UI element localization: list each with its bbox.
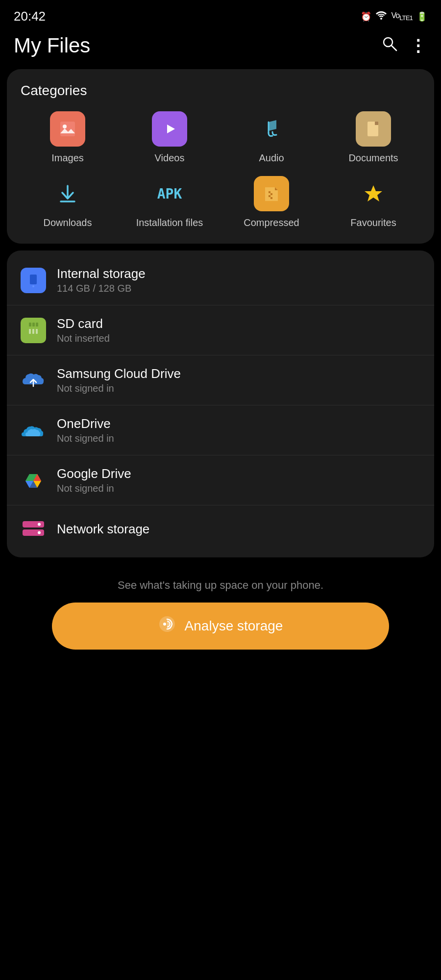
header: My Files ⋮ [0, 29, 441, 69]
apk-text: APK [157, 186, 182, 202]
status-bar: 20:42 ⏰ VoLTE1 🔋 [0, 0, 441, 29]
battery-icon: 🔋 [416, 11, 427, 22]
bottom-section: See what's taking up space on your phone… [0, 564, 441, 669]
svg-rect-27 [32, 329, 34, 334]
svg-rect-24 [32, 323, 35, 327]
svg-rect-29 [23, 521, 44, 528]
google-drive-item[interactable]: Google Drive Not signed in [7, 455, 434, 505]
network-storage-name: Network storage [57, 522, 420, 537]
images-label: Images [51, 151, 84, 164]
svg-point-0 [380, 18, 382, 20]
header-actions: ⋮ [381, 35, 427, 56]
svg-point-5 [63, 125, 67, 128]
samsung-cloud-info: Samsung Cloud Drive Not signed in [57, 366, 420, 394]
category-videos[interactable]: Videos [119, 111, 220, 164]
svg-rect-31 [23, 529, 44, 536]
compressed-icon-bg [254, 176, 289, 211]
svg-rect-23 [29, 323, 31, 327]
internal-storage-icon [21, 268, 46, 293]
svg-rect-20 [30, 275, 37, 284]
status-icons: ⏰ VoLTE1 🔋 [361, 11, 427, 22]
network-storage-item[interactable]: Network storage [7, 505, 434, 553]
alarm-icon: ⏰ [361, 11, 371, 22]
svg-point-34 [163, 623, 166, 626]
samsung-cloud-item[interactable]: Samsung Cloud Drive Not signed in [7, 355, 434, 405]
samsung-cloud-sub: Not signed in [57, 383, 420, 394]
svg-rect-10 [375, 122, 378, 125]
onedrive-item[interactable]: OneDrive Not signed in [7, 405, 434, 455]
internal-storage-item[interactable]: Internal storage 114 GB / 128 GB [7, 255, 434, 305]
sdcard-name: SD card [57, 316, 420, 331]
svg-rect-4 [60, 122, 75, 136]
category-compressed[interactable]: Compressed [220, 176, 322, 229]
svg-rect-16 [270, 193, 272, 195]
google-drive-sub: Not signed in [57, 483, 420, 494]
analyse-storage-button[interactable]: Analyse storage [52, 603, 389, 650]
downloads-icon-bg [50, 176, 85, 211]
svg-rect-17 [270, 197, 272, 199]
storage-card: Internal storage 114 GB / 128 GB SD card… [7, 251, 434, 557]
network-storage-info: Network storage [57, 522, 420, 537]
internal-storage-sub: 114 GB / 128 GB [57, 283, 420, 294]
documents-label: Documents [348, 151, 398, 164]
apk-icon-bg: APK [152, 176, 187, 211]
audio-icon-bg [254, 111, 289, 147]
svg-rect-14 [269, 191, 270, 193]
network-storage-icon [21, 516, 46, 542]
categories-title: Categories [17, 83, 424, 99]
category-apk[interactable]: APK Installation files [119, 176, 220, 229]
more-options-icon[interactable]: ⋮ [410, 36, 427, 55]
svg-rect-26 [29, 329, 31, 334]
internal-storage-info: Internal storage 114 GB / 128 GB [57, 266, 420, 294]
apk-label: Installation files [136, 216, 203, 229]
videos-icon-bg [152, 111, 187, 147]
downloads-label: Downloads [44, 216, 92, 229]
svg-point-32 [38, 531, 41, 534]
internal-storage-name: Internal storage [57, 266, 420, 281]
page-title: My Files [14, 34, 90, 57]
onedrive-icon [21, 418, 46, 443]
wifi-icon [375, 11, 387, 22]
category-documents[interactable]: Documents [322, 111, 424, 164]
images-icon-bg [50, 111, 85, 147]
samsung-cloud-icon [21, 368, 46, 393]
svg-rect-28 [36, 329, 38, 334]
google-drive-info: Google Drive Not signed in [57, 466, 420, 494]
favourites-label: Favourites [350, 216, 396, 229]
svg-rect-15 [269, 195, 270, 197]
onedrive-sub: Not signed in [57, 433, 420, 444]
category-favourites[interactable]: Favourites [322, 176, 424, 229]
categories-grid: Images Videos Audio [17, 111, 424, 229]
documents-icon-bg [356, 111, 391, 147]
sdcard-icon [21, 318, 46, 343]
category-images[interactable]: Images [17, 111, 119, 164]
samsung-cloud-name: Samsung Cloud Drive [57, 366, 420, 381]
bottom-hint: See what's taking up space on your phone… [118, 579, 323, 592]
onedrive-name: OneDrive [57, 416, 420, 431]
svg-line-2 [392, 46, 396, 50]
svg-point-21 [32, 285, 34, 287]
categories-card: Categories Images Videos [7, 69, 434, 244]
search-icon[interactable] [381, 35, 398, 56]
sdcard-item[interactable]: SD card Not inserted [7, 305, 434, 355]
favourites-icon-bg [356, 176, 391, 211]
sdcard-info: SD card Not inserted [57, 316, 420, 344]
videos-label: Videos [155, 151, 185, 164]
svg-rect-25 [36, 323, 38, 327]
sdcard-sub: Not inserted [57, 333, 420, 344]
compressed-label: Compressed [244, 216, 299, 229]
google-drive-icon [21, 468, 46, 493]
onedrive-info: OneDrive Not signed in [57, 416, 420, 444]
analyse-btn-label: Analyse storage [185, 618, 283, 634]
svg-point-30 [38, 523, 41, 526]
analyse-icon [158, 615, 176, 637]
google-drive-name: Google Drive [57, 466, 420, 481]
audio-label: Audio [259, 151, 284, 164]
signal-icon: VoLTE1 [391, 11, 413, 22]
status-time: 20:42 [14, 9, 46, 24]
category-audio[interactable]: Audio [220, 111, 322, 164]
svg-marker-18 [365, 185, 382, 201]
category-downloads[interactable]: Downloads [17, 176, 119, 229]
